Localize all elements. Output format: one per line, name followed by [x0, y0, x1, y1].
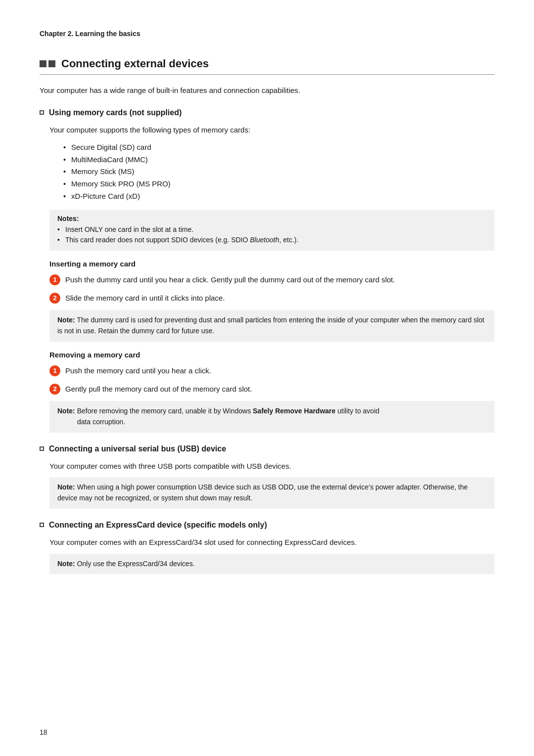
removing-note: Note: Before removing the memory card, u… [49, 401, 494, 432]
remove-step-number-1: 1 [49, 365, 60, 376]
removing-title: Removing a memory card [49, 351, 494, 359]
note-item: Insert ONLY one card in the slot at a ti… [57, 224, 487, 235]
list-item: Memory Stick (MS) [63, 166, 494, 178]
expresscard-note-text: Only use the ExpressCard/34 devices. [77, 560, 195, 568]
remove-step-number-2: 2 [49, 384, 60, 395]
subsection-title-memory-cards: Using memory cards (not supplied) [40, 108, 494, 117]
expresscard-content: Your computer comes with an ExpressCard/… [49, 536, 494, 574]
removing-note-indent: data corruption. [57, 417, 487, 428]
removing-note-bold: Safely Remove Hardware [253, 407, 335, 415]
section-icons [40, 60, 55, 67]
removing-note-before: Before removing the memory card, unable … [77, 407, 253, 415]
square-icon-1 [40, 60, 46, 67]
inserting-note-label: Note: [57, 316, 75, 324]
page-number: 18 [40, 728, 47, 736]
step-1: 1 Push the dummy card until you hear a c… [49, 274, 494, 286]
step-2: 2 Slide the memory card in until it clic… [49, 292, 494, 305]
note-item: This card reader does not support SDIO d… [57, 235, 487, 246]
usb-note-label: Note: [57, 483, 75, 491]
removing-subsection: Removing a memory card 1 Push the memory… [49, 351, 494, 433]
expresscard-intro: Your computer comes with an ExpressCard/… [49, 536, 494, 549]
memory-cards-intro: Your computer supports the following typ… [49, 124, 494, 136]
remove-step-1-text: Push the memory card until you hear a cl… [65, 365, 494, 377]
inserting-note-text: The dummy card is used for preventing du… [57, 316, 484, 335]
notes-label: Notes: [57, 215, 487, 222]
subsection-expresscard-bullet-icon [40, 523, 44, 527]
usb-note: Note: When using a high power consumptio… [49, 477, 494, 508]
list-item: Secure Digital (SD) card [63, 141, 494, 154]
subsection-title-usb: Connecting a universal serial bus (USB) … [40, 445, 494, 453]
inserting-note: Note: The dummy card is used for prevent… [49, 310, 494, 341]
subsection-memory-cards: Using memory cards (not supplied) Your c… [40, 108, 494, 433]
list-item: MultiMediaCard (MMC) [63, 154, 494, 166]
removing-note-label: Note: [57, 407, 77, 415]
notes-list: Insert ONLY one card in the slot at a ti… [57, 224, 487, 246]
usb-note-text: When using a high power consumption USB … [57, 483, 468, 502]
main-intro-text: Your computer has a wide range of built-… [40, 85, 494, 96]
remove-step-1: 1 Push the memory card until you hear a … [49, 365, 494, 377]
usb-intro: Your computer comes with three USB ports… [49, 460, 494, 473]
remove-step-2: 2 Gently pull the memory card out of the… [49, 383, 494, 396]
main-section-title: Connecting external devices [61, 57, 209, 70]
chapter-header: Chapter 2. Learning the basics [40, 30, 494, 38]
step-number-1: 1 [49, 274, 60, 285]
subsection-usb: Connecting a universal serial bus (USB) … [40, 445, 494, 509]
inserting-title: Inserting a memory card [49, 260, 494, 268]
step-number-2: 2 [49, 293, 60, 304]
notes-box: Notes: Insert ONLY one card in the slot … [49, 210, 494, 251]
main-section-title-row: Connecting external devices [40, 57, 494, 75]
subsection-bullet-icon [40, 110, 44, 115]
removing-note-after: utility to avoid [336, 407, 380, 415]
page: Chapter 2. Learning the basics Connectin… [0, 0, 534, 756]
subsection-usb-bullet-icon [40, 446, 44, 451]
inserting-subsection: Inserting a memory card 1 Push the dummy… [49, 260, 494, 342]
step-2-text: Slide the memory card in until it clicks… [65, 292, 494, 305]
expresscard-note: Note: Only use the ExpressCard/34 device… [49, 554, 494, 575]
expresscard-note-label: Note: [57, 560, 75, 568]
step-1-text: Push the dummy card until you hear a cli… [65, 274, 494, 286]
square-icon-2 [48, 60, 55, 67]
memory-cards-content: Your computer supports the following typ… [49, 124, 494, 433]
list-item: xD-Picture Card (xD) [63, 190, 494, 203]
list-item: Memory Stick PRO (MS PRO) [63, 178, 494, 190]
subsection-title-expresscard: Connecting an ExpressCard device (specif… [40, 521, 494, 530]
remove-step-2-text: Gently pull the memory card out of the m… [65, 383, 494, 396]
subsection-expresscard: Connecting an ExpressCard device (specif… [40, 521, 494, 574]
card-types-list: Secure Digital (SD) card MultiMediaCard … [63, 141, 494, 203]
usb-content: Your computer comes with three USB ports… [49, 460, 494, 509]
